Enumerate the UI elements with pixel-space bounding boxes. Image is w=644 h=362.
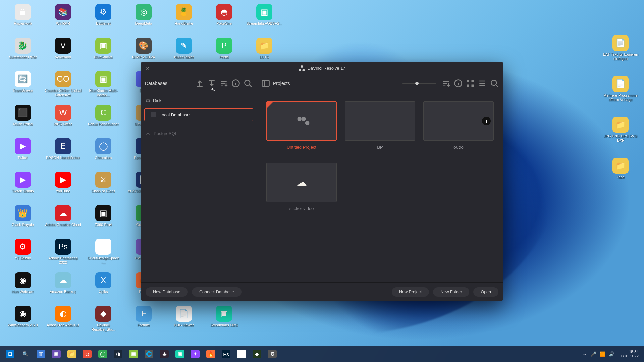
- sidebar-toggle-icon[interactable]: [261, 79, 270, 88]
- db-search-icon[interactable]: [243, 79, 253, 88]
- desktop-icon-label: CricutDesignSpace -...: [85, 256, 122, 265]
- desktop-icon[interactable]: ⚙ Battlenet: [83, 3, 123, 36]
- thumbnail-zoom-slider[interactable]: [402, 83, 436, 84]
- desktop-icon-label: YouTube: [56, 189, 70, 193]
- desktop-icon[interactable]: F Fortnite: [123, 304, 164, 338]
- desktop-icon[interactable]: ◉ Iriun Webcam: [3, 271, 43, 304]
- desktop-icon[interactable]: E EPSON Handbücher: [43, 137, 83, 170]
- project-item[interactable]: Untitled Project: [266, 101, 337, 150]
- desktop-icon[interactable]: ◉ WinWebcam 2.6.9: [3, 304, 43, 338]
- desktop-icon[interactable]: 📄 BAT Text für kopieren einfügen: [600, 34, 641, 61]
- desktop-icon[interactable]: ▣ BlueStacks: [83, 36, 123, 70]
- desktop-icon[interactable]: ◐ Avast Free Antivirus: [43, 304, 83, 338]
- projects-info-icon[interactable]: [453, 79, 463, 88]
- desktop-icon[interactable]: C Cricut Handbücher: [83, 103, 123, 137]
- new-project-button[interactable]: New Project: [392, 287, 429, 297]
- taskbar-app[interactable]: ◑: [111, 347, 125, 361]
- taskbar-app[interactable]: ◯: [96, 347, 109, 361]
- taskbar-app[interactable]: ◉: [158, 347, 171, 361]
- projects-search-icon[interactable]: [490, 79, 499, 88]
- desktop-icon[interactable]: 📁 Tape: [600, 156, 641, 179]
- desktop-icon[interactable]: ◯ Chromium: [83, 137, 123, 170]
- taskbar-app[interactable]: 📁: [65, 347, 78, 361]
- desktop-icon-label: Summoners War: [9, 55, 37, 59]
- db-info-icon[interactable]: [231, 79, 240, 88]
- desktop-icon-image: W: [55, 105, 71, 121]
- system-tray[interactable]: ︿ 🎤 📶 🔊: [583, 351, 614, 357]
- taskbar-app[interactable]: ⊞: [3, 347, 17, 361]
- taskbar-clock[interactable]: 15:54 03.01.2022: [619, 350, 641, 358]
- desktop-icon-image: GO: [55, 71, 71, 87]
- postgresql-group-header[interactable]: PostgreSQL: [144, 130, 253, 137]
- taskbar-app[interactable]: 🔍: [19, 347, 32, 361]
- local-database-item[interactable]: Local Database: [144, 108, 253, 121]
- desktop-icon[interactable]: ◎ DeepMeta: [123, 3, 164, 36]
- taskbar-app[interactable]: ▣: [173, 347, 186, 361]
- db-upload-icon[interactable]: [195, 79, 204, 88]
- desktop-icon[interactable]: 👑 Clash Royale: [3, 204, 43, 237]
- taskbar-app[interactable]: ▣: [50, 347, 63, 361]
- desktop-icon[interactable]: 🗑 Papierkorb: [3, 3, 43, 36]
- desktop-icon[interactable]: ⬛ Touch Portal: [3, 103, 43, 137]
- taskbar-app[interactable]: O: [80, 347, 94, 361]
- disk-group-header[interactable]: Disk: [144, 96, 253, 105]
- project-item[interactable]: BP: [345, 101, 415, 150]
- tray-chevron-icon[interactable]: ︿: [583, 351, 587, 357]
- taskbar-app[interactable]: ✦: [189, 347, 202, 361]
- desktop-icon[interactable]: 📄 Mehrere Programme öffnen Vorlage: [600, 74, 641, 102]
- desktop-icon-image: 👑: [15, 205, 31, 221]
- taskbar-app[interactable]: ▥: [34, 347, 48, 361]
- desktop-icon[interactable]: Ps Adobe Photoshop 2022: [43, 237, 83, 271]
- taskbar-app[interactable]: ▣: [127, 347, 140, 361]
- open-button[interactable]: Open: [473, 287, 498, 297]
- desktop-icon[interactable]: ⚔ Clash of Clans: [83, 170, 123, 204]
- databases-header: Databases: [141, 75, 257, 92]
- desktop-icon[interactable]: GO Counter-Strike: Global Offensive: [43, 70, 83, 103]
- desktop-icon[interactable]: ▣ Z390 Pro4: [83, 204, 123, 237]
- desktop-icon[interactable]: 📁 JPG PNG EPS SVG DXF: [600, 115, 641, 143]
- desktop-icon[interactable]: X Xpiks: [83, 271, 123, 304]
- desktop-icon[interactable]: 📄 PDF-Viewer: [164, 304, 204, 338]
- desktop-icon[interactable]: ▶ Twitch Studio: [3, 170, 43, 204]
- project-item[interactable]: outro: [423, 101, 494, 150]
- desktop-icon[interactable]: C CricutDesignSpace -...: [83, 237, 123, 271]
- tray-mic-icon[interactable]: 🎤: [591, 351, 596, 357]
- new-database-button[interactable]: New Database: [146, 287, 188, 297]
- desktop-icon[interactable]: ▶ Twitch: [3, 137, 43, 170]
- taskbar-app[interactable]: ◆: [250, 347, 264, 361]
- projects-sort-icon[interactable]: [441, 79, 451, 88]
- close-button[interactable]: ✕: [141, 62, 154, 75]
- db-download-icon[interactable]: [207, 79, 216, 88]
- desktop-icon[interactable]: 🔄 TeamViewer: [3, 70, 43, 103]
- new-folder-button[interactable]: New Folder: [433, 287, 469, 297]
- desktop-icon[interactable]: ☁ Adobe Creative Cloud: [43, 204, 83, 237]
- grid-view-icon[interactable]: [466, 79, 475, 88]
- tray-wifi-icon[interactable]: 📶: [600, 351, 605, 357]
- databases-title: Databases: [145, 81, 192, 86]
- connect-database-button[interactable]: Connect Database: [192, 287, 241, 297]
- projects-header: Projects: [257, 75, 503, 92]
- list-view-icon[interactable]: [478, 79, 487, 88]
- project-item[interactable]: sticker video: [266, 163, 337, 211]
- desktop-icon[interactable]: ▣ Streamlabs OBS: [204, 304, 244, 338]
- desktop-icon[interactable]: W WPS Office: [43, 103, 83, 137]
- window-titlebar[interactable]: ✕ DaVinci Resolve 17: [141, 62, 503, 75]
- desktop-icon[interactable]: ⚙ YT Studio: [3, 237, 43, 271]
- desktop-icon[interactable]: ◆ DaVinci Resolve_Sta...: [83, 304, 123, 338]
- desktop-icon[interactable]: ◓ PokeOne: [204, 3, 244, 36]
- desktop-icon[interactable]: 🐉 Summoners War: [3, 36, 43, 70]
- taskbar-app[interactable]: 🔥: [204, 347, 217, 361]
- desktop-icon[interactable]: ▣ BlueStacks Multi-Instan...: [83, 70, 123, 103]
- db-sort-icon[interactable]: [219, 79, 228, 88]
- taskbar-app[interactable]: ◉: [235, 347, 248, 361]
- desktop-icon[interactable]: ☁ Amazon Backup: [43, 271, 83, 304]
- taskbar-app[interactable]: 🌐: [142, 347, 156, 361]
- tray-volume-icon[interactable]: 🔊: [609, 351, 614, 357]
- desktop-icon[interactable]: ▣ Streamlabs+OBS+S...: [244, 3, 284, 36]
- desktop-icon[interactable]: 📚 WinRAR: [43, 3, 83, 36]
- taskbar-app[interactable]: ⚙: [266, 347, 279, 361]
- desktop-icon[interactable]: V Voicemod: [43, 36, 83, 70]
- taskbar-app[interactable]: Ps: [219, 347, 233, 361]
- desktop-icon[interactable]: ▶ YouTube: [43, 170, 83, 204]
- desktop-icon[interactable]: 🍍 HandBrake: [164, 3, 204, 36]
